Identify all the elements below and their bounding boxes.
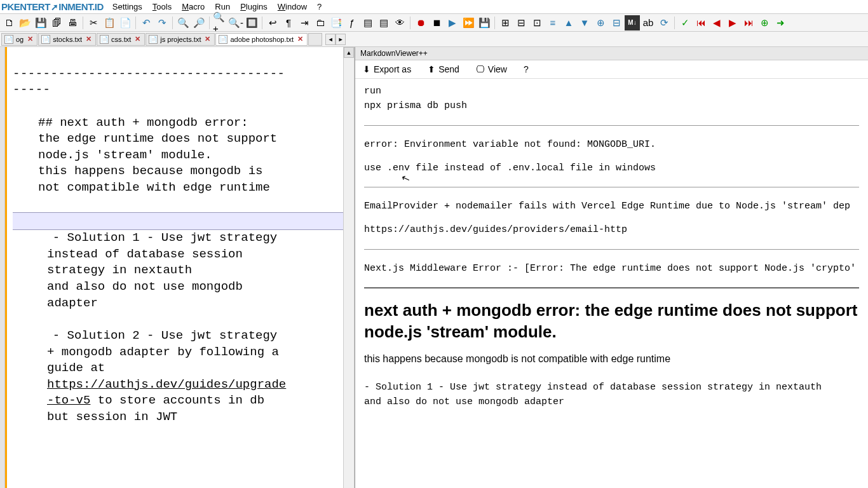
menu-help[interactable]: ? xyxy=(312,1,327,13)
save-macro-icon[interactable]: 💾 xyxy=(477,15,492,30)
editor-line: - Solution 2 - Use jwt strategy xyxy=(13,328,343,344)
play-icon[interactable]: ▶ xyxy=(445,15,460,30)
editor-line: + mongodb adapter by following a xyxy=(13,344,343,361)
record-icon[interactable]: ⏺ xyxy=(413,15,428,30)
zoom-in-icon[interactable]: 🔍+ xyxy=(212,15,227,30)
wrap-icon[interactable]: ↩ xyxy=(265,15,280,30)
markdown-icon[interactable]: M↓ xyxy=(625,15,640,30)
doc-icon[interactable]: 📑 xyxy=(329,15,344,30)
up-icon[interactable]: ▲ xyxy=(561,15,576,30)
separator xyxy=(674,17,675,29)
replace-icon[interactable]: 🔎 xyxy=(191,15,207,30)
menu-bar: PKENTERT➚INMENT.ID Settings Tools Macro … xyxy=(0,0,868,14)
copy-icon[interactable]: 📋 xyxy=(102,15,117,30)
menu-macro[interactable]: Macro xyxy=(177,1,210,13)
grid3-icon[interactable]: ⊡ xyxy=(529,15,545,30)
help-button[interactable]: ? xyxy=(521,63,531,76)
tab-overflow[interactable] xyxy=(308,33,322,46)
grid2-icon[interactable]: ⊟ xyxy=(513,15,529,30)
export-button[interactable]: ⬇Export as xyxy=(360,63,414,76)
preview-body[interactable]: run npx prisma db push error: Environmen… xyxy=(355,79,868,488)
editor-line xyxy=(13,50,343,66)
editor-content[interactable]: ------------------------------------ ---… xyxy=(9,47,343,488)
new-file-icon[interactable]: 🗋 xyxy=(1,15,17,30)
editor-line: ## next auth + mongodb error: xyxy=(13,115,343,132)
spell-icon[interactable]: ab xyxy=(641,15,656,30)
preview-heading: next auth + mongodb error: the edge runt… xyxy=(364,300,859,343)
editor-line: - Solution 1 - Use jwt strategy xyxy=(13,230,343,247)
zoom-reset-icon[interactable]: 🔲 xyxy=(244,15,259,30)
plus-icon[interactable]: ⊕ xyxy=(593,15,608,30)
menu-window[interactable]: Window xyxy=(273,1,312,13)
separator xyxy=(262,17,262,29)
editor-line: node.js 'stream' module. xyxy=(13,147,343,164)
go-icon[interactable]: ➜ xyxy=(773,15,788,30)
preview-pane: MarkdownViewer++ ⬇Export as ⬆Send 🖵View … xyxy=(355,47,868,488)
check-icon[interactable]: ✓ xyxy=(677,15,693,30)
view-button[interactable]: 🖵View xyxy=(473,63,510,76)
prev-icon[interactable]: ◀ xyxy=(709,15,724,30)
show-chars-icon[interactable]: ¶ xyxy=(281,15,296,30)
func-list-icon[interactable]: ƒ xyxy=(344,15,360,30)
undo-icon[interactable]: ↶ xyxy=(139,15,154,30)
scroll-up-icon[interactable]: ▲ xyxy=(344,47,354,58)
sync-icon[interactable]: ⟳ xyxy=(656,15,672,30)
cut-icon[interactable]: ✂ xyxy=(86,15,101,30)
stop-icon[interactable]: ⏹ xyxy=(429,15,444,30)
grid1-icon[interactable]: ⊞ xyxy=(498,15,513,30)
close-icon[interactable]: ✕ xyxy=(296,35,304,43)
down-icon[interactable]: ▼ xyxy=(577,15,592,30)
editor-line: adapter xyxy=(13,295,343,312)
fold-icon[interactable]: ▤ xyxy=(360,15,376,30)
editor-pane: ------------------------------------ ---… xyxy=(0,47,355,488)
redo-icon[interactable]: ↷ xyxy=(154,15,170,30)
gutter xyxy=(0,47,5,488)
menu-plugins[interactable]: Plugins xyxy=(235,1,273,13)
indent-icon[interactable]: ⇥ xyxy=(297,15,312,30)
tab-next-icon[interactable]: ► xyxy=(336,34,346,45)
close-icon[interactable]: ✕ xyxy=(203,35,212,43)
vertical-scrollbar[interactable]: ▲ xyxy=(343,47,354,488)
paste-icon[interactable]: 📄 xyxy=(118,15,133,30)
doc-map-icon[interactable]: ▤ xyxy=(376,15,391,30)
save-all-icon[interactable]: 🗐 xyxy=(49,15,64,30)
tab-js-projects[interactable]: 📄js projects.txt✕ xyxy=(146,33,215,46)
open-file-icon[interactable]: 📂 xyxy=(17,15,32,30)
file-icon: 📄 xyxy=(4,35,13,44)
separator xyxy=(209,17,210,29)
sort-icon[interactable]: ≡ xyxy=(545,15,560,30)
separator xyxy=(172,17,173,29)
send-button[interactable]: ⬆Send xyxy=(425,63,462,76)
file-icon: 📄 xyxy=(100,35,109,44)
close-icon[interactable]: ✕ xyxy=(133,35,142,43)
tab-css[interactable]: 📄css.txt✕ xyxy=(97,33,145,46)
close-icon[interactable]: ✕ xyxy=(26,35,34,43)
minus-icon[interactable]: ⊟ xyxy=(609,15,624,30)
fast-fwd-icon[interactable]: ⏩ xyxy=(461,15,476,30)
lang-icon[interactable]: 🗀 xyxy=(313,15,328,30)
print-icon[interactable]: 🖶 xyxy=(65,15,80,30)
download-icon: ⬇ xyxy=(363,64,370,74)
preview-text: this happens because mongodb is not comp… xyxy=(364,351,859,367)
tab-nav: ◄ ► xyxy=(325,34,346,45)
first-icon[interactable]: ⏮ xyxy=(693,15,709,30)
preview-text: - Solution 1 - Use jwt strategy instead … xyxy=(364,380,859,395)
tab-prev-icon[interactable]: ◄ xyxy=(325,34,336,45)
preview-link[interactable]: https://authjs.dev/guides/providers/emai… xyxy=(364,222,859,237)
preview-toolbar: ⬇Export as ⬆Send 🖵View ? xyxy=(355,60,868,79)
editor-line: this happens because mongodb is xyxy=(13,163,343,180)
next-icon[interactable]: ▶ xyxy=(725,15,740,30)
tab-adobe-photoshop[interactable]: 📄adobe photoshop.txt✕ xyxy=(215,33,308,46)
monitor-icon[interactable]: 👁 xyxy=(392,15,407,30)
tab-stocks[interactable]: 📄stocks.txt✕ xyxy=(38,33,96,46)
preview-text: use .env file instead of .env.local file… xyxy=(364,161,859,175)
add-icon[interactable]: ⊕ xyxy=(757,15,772,30)
menu-tools[interactable]: Tools xyxy=(147,1,177,13)
menu-settings[interactable]: Settings xyxy=(107,1,147,13)
find-icon[interactable]: 🔍 xyxy=(175,15,191,30)
tab-og[interactable]: 📄og✕ xyxy=(1,33,37,46)
zoom-out-icon[interactable]: 🔍- xyxy=(228,15,243,30)
close-icon[interactable]: ✕ xyxy=(85,35,93,43)
last-icon[interactable]: ⏭ xyxy=(741,15,756,30)
save-icon[interactable]: 💾 xyxy=(33,15,48,30)
